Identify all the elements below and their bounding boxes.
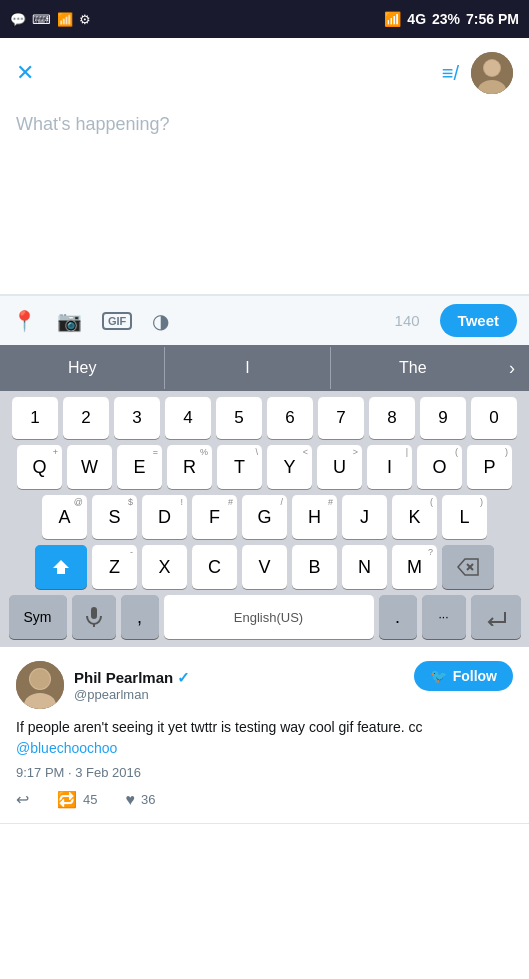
- key-a[interactable]: A@: [42, 495, 87, 539]
- heart-icon: ♥: [125, 791, 135, 809]
- key-5[interactable]: 5: [216, 397, 262, 439]
- gif-button[interactable]: GIF: [102, 312, 132, 330]
- key-8[interactable]: 8: [369, 397, 415, 439]
- key-x[interactable]: X: [142, 545, 187, 589]
- tweet-input[interactable]: What's happening?: [16, 106, 513, 286]
- close-button[interactable]: ✕: [16, 60, 34, 86]
- tweet-meta: 9:17 PM · 3 Feb 2016: [16, 765, 513, 780]
- message-icon: 💬: [10, 12, 26, 27]
- key-6[interactable]: 6: [267, 397, 313, 439]
- twitter-bird-icon: 🐦: [430, 668, 447, 684]
- drafts-icon[interactable]: ≡/: [442, 62, 459, 85]
- suggestions-expand-icon[interactable]: ›: [495, 358, 529, 379]
- tweet-user-info: Phil Pearlman ✓ @ppearlman: [16, 661, 190, 709]
- follow-button[interactable]: 🐦 Follow: [414, 661, 513, 691]
- key-2[interactable]: 2: [63, 397, 109, 439]
- suggestion-hey[interactable]: Hey: [0, 347, 165, 389]
- key-r[interactable]: R%: [167, 445, 212, 489]
- status-bar: 💬 ⌨ 📶 ⚙ 📶 4G 23% 7:56 PM: [0, 0, 529, 38]
- svg-marker-4: [53, 560, 69, 574]
- retweet-count: 45: [83, 792, 97, 807]
- suggestion-the[interactable]: The: [331, 347, 495, 389]
- key-q[interactable]: Q+: [17, 445, 62, 489]
- tweet-toolbar: 📍 📷 GIF ◑ 140 Tweet: [0, 295, 529, 345]
- bottom-row: Sym , English(US) . ···: [4, 595, 525, 639]
- time-label: 7:56 PM: [466, 11, 519, 27]
- tweet-actions: ↩ 🔁 45 ♥ 36: [16, 790, 513, 809]
- location-icon[interactable]: 📍: [12, 309, 37, 333]
- sym-key[interactable]: Sym: [9, 595, 67, 639]
- qwerty-row: Q+ W E= R% T\ Y< U> I| O( P): [4, 445, 525, 489]
- more-key[interactable]: ···: [422, 595, 466, 639]
- enter-key[interactable]: [471, 595, 521, 639]
- compose-actions-right: ≡/: [442, 52, 513, 94]
- period-key[interactable]: .: [379, 595, 417, 639]
- key-l[interactable]: L): [442, 495, 487, 539]
- asdf-row: A@ S$ D! F# G/ H# J K( L): [4, 495, 525, 539]
- key-z[interactable]: Z-: [92, 545, 137, 589]
- mic-key[interactable]: [72, 595, 116, 639]
- key-v[interactable]: V: [242, 545, 287, 589]
- zxcv-row: Z- X C V B N M?: [4, 545, 525, 589]
- key-g[interactable]: G/: [242, 495, 287, 539]
- space-key[interactable]: English(US): [164, 595, 374, 639]
- key-3[interactable]: 3: [114, 397, 160, 439]
- svg-rect-7: [91, 607, 97, 619]
- key-f[interactable]: F#: [192, 495, 237, 539]
- tweet-user-details: Phil Pearlman ✓ @ppearlman: [74, 669, 190, 702]
- key-s[interactable]: S$: [92, 495, 137, 539]
- key-1[interactable]: 1: [12, 397, 58, 439]
- tweet-handle: @ppearlman: [74, 687, 190, 702]
- key-7[interactable]: 7: [318, 397, 364, 439]
- tweet-mention-link[interactable]: @bluechoochoo: [16, 740, 117, 756]
- key-c[interactable]: C: [192, 545, 237, 589]
- keyboard-rows: 1 2 3 4 5 6 7 8 9 0 Q+ W E= R% T\ Y< U> …: [0, 391, 529, 643]
- status-icons: 💬 ⌨ 📶 ⚙: [10, 12, 91, 27]
- suggestion-i[interactable]: I: [165, 347, 330, 389]
- poll-icon[interactable]: ◑: [152, 309, 169, 333]
- reply-action[interactable]: ↩: [16, 790, 29, 809]
- key-i[interactable]: I|: [367, 445, 412, 489]
- comma-key[interactable]: ,: [121, 595, 159, 639]
- key-j[interactable]: J: [342, 495, 387, 539]
- like-count: 36: [141, 792, 155, 807]
- tweet-user-name: Phil Pearlman ✓: [74, 669, 190, 687]
- network-label: 4G: [407, 11, 426, 27]
- number-row: 1 2 3 4 5 6 7 8 9 0: [4, 397, 525, 439]
- key-9[interactable]: 9: [420, 397, 466, 439]
- tweet-avatar: [16, 661, 64, 709]
- tweet-text: If people aren't seeing it yet twttr is …: [16, 717, 513, 759]
- backspace-key[interactable]: [442, 545, 494, 589]
- compose-header: ✕ ≡/: [16, 52, 513, 94]
- keyboard: Hey I The › 1 2 3 4 5 6 7 8 9 0 Q+ W E= …: [0, 345, 529, 647]
- key-n[interactable]: N: [342, 545, 387, 589]
- key-w[interactable]: W: [67, 445, 112, 489]
- key-h[interactable]: H#: [292, 495, 337, 539]
- key-u[interactable]: U>: [317, 445, 362, 489]
- follow-label: Follow: [453, 668, 497, 684]
- tweet-card-header: Phil Pearlman ✓ @ppearlman 🐦 Follow: [16, 661, 513, 709]
- key-k[interactable]: K(: [392, 495, 437, 539]
- key-y[interactable]: Y<: [267, 445, 312, 489]
- retweet-action[interactable]: 🔁 45: [57, 790, 97, 809]
- key-p[interactable]: P): [467, 445, 512, 489]
- key-m[interactable]: M?: [392, 545, 437, 589]
- user-avatar: [471, 52, 513, 94]
- key-b[interactable]: B: [292, 545, 337, 589]
- status-right: 📶 4G 23% 7:56 PM: [384, 11, 519, 27]
- like-action[interactable]: ♥ 36: [125, 791, 155, 809]
- camera-icon[interactable]: 📷: [57, 309, 82, 333]
- tweet-placeholder: What's happening?: [16, 114, 170, 134]
- key-d[interactable]: D!: [142, 495, 187, 539]
- compose-area: ✕ ≡/ What's happening?: [0, 38, 529, 295]
- key-t[interactable]: T\: [217, 445, 262, 489]
- key-e[interactable]: E=: [117, 445, 162, 489]
- key-o[interactable]: O(: [417, 445, 462, 489]
- key-0[interactable]: 0: [471, 397, 517, 439]
- key-4[interactable]: 4: [165, 397, 211, 439]
- battery-label: 23%: [432, 11, 460, 27]
- tweet-button[interactable]: Tweet: [440, 304, 517, 337]
- tweet-card: Phil Pearlman ✓ @ppearlman 🐦 Follow If p…: [0, 647, 529, 824]
- shift-key[interactable]: [35, 545, 87, 589]
- keyboard-icon: ⌨: [32, 12, 51, 27]
